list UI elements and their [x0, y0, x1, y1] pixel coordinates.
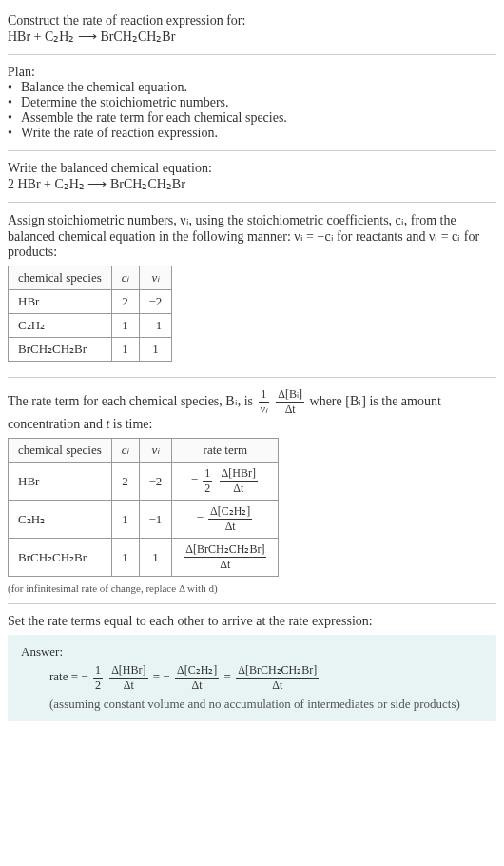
fraction: Δ[C₂H₂]Δt: [208, 504, 252, 534]
rate-term-note: (for infinitesimal rate of change, repla…: [8, 582, 496, 594]
cell-c: 1: [111, 501, 139, 539]
plan-item-text: Balance the chemical equation.: [21, 80, 187, 95]
divider: [8, 603, 496, 604]
table-row: C₂H₂ 1 −1: [9, 314, 172, 338]
fraction: Δ[BrCH₂CH₂Br]Δt: [184, 542, 266, 572]
bullet-icon: •: [8, 110, 21, 126]
cell-rate-term: − Δ[C₂H₂]Δt: [172, 501, 279, 539]
cell-nu: 1: [139, 338, 172, 362]
assign-section: Assign stoichiometric numbers, νᵢ, using…: [8, 207, 496, 373]
stoich-table: chemical species cᵢ νᵢ HBr 2 −2 C₂H₂ 1 −…: [8, 266, 172, 362]
plan-item: •Assemble the rate term for each chemica…: [8, 110, 496, 126]
bullet-icon: •: [8, 95, 21, 110]
cell-rate-term: − 12 Δ[HBr]Δt: [172, 463, 279, 501]
fraction: Δ[HBr]Δt: [220, 466, 258, 496]
fraction: Δ[C₂H₂]Δt: [175, 663, 219, 693]
intro-prompt: Construct the rate of reaction expressio…: [8, 13, 496, 29]
plan-section: Plan: •Balance the chemical equation. •D…: [8, 59, 496, 147]
fraction: Δ[HBr]Δt: [109, 663, 147, 693]
cell-species: HBr: [9, 463, 112, 501]
table-row: BrCH₂CH₂Br 1 1 Δ[BrCH₂CH₂Br]Δt: [9, 539, 279, 577]
divider: [8, 202, 496, 203]
balanced-heading: Write the balanced chemical equation:: [8, 161, 496, 176]
col-header: chemical species: [9, 266, 112, 290]
plan-item: •Balance the chemical equation.: [8, 80, 496, 95]
col-header: νᵢ: [139, 439, 172, 463]
cell-species: C₂H₂: [9, 314, 112, 338]
plan-item: •Determine the stoichiometric numbers.: [8, 95, 496, 110]
divider: [8, 54, 496, 55]
answer-note: (assuming constant volume and no accumul…: [21, 693, 483, 712]
cell-c: 1: [111, 314, 139, 338]
answer-expression: rate = − 12 Δ[HBr]Δt = − Δ[C₂H₂]Δt = Δ[B…: [21, 663, 483, 693]
set-text: Set the rate terms equal to each other t…: [8, 614, 496, 629]
assign-text: Assign stoichiometric numbers, νᵢ, using…: [8, 212, 496, 260]
cell-rate-term: Δ[BrCH₂CH₂Br]Δt: [172, 539, 279, 577]
bullet-icon: •: [8, 126, 21, 141]
fraction: 1νᵢ: [259, 387, 269, 417]
cell-nu: −1: [139, 314, 172, 338]
cell-nu: 1: [139, 539, 172, 577]
col-header: νᵢ: [139, 266, 172, 290]
plan-item: •Write the rate of reaction expression.: [8, 126, 496, 141]
divider: [8, 150, 496, 151]
cell-nu: −1: [139, 501, 172, 539]
col-header: cᵢ: [111, 439, 139, 463]
table-header-row: chemical species cᵢ νᵢ: [9, 266, 172, 290]
rate-term-table: chemical species cᵢ νᵢ rate term HBr 2 −…: [8, 438, 279, 577]
plan-heading: Plan:: [8, 65, 496, 80]
set-section: Set the rate terms equal to each other t…: [8, 608, 496, 733]
col-header: rate term: [172, 439, 279, 463]
cell-species: HBr: [9, 290, 112, 314]
cell-nu: −2: [139, 290, 172, 314]
bullet-icon: •: [8, 80, 21, 95]
fraction: 12: [93, 663, 103, 693]
cell-nu: −2: [139, 463, 172, 501]
cell-c: 2: [111, 463, 139, 501]
fraction: Δ[BrCH₂CH₂Br]Δt: [236, 663, 319, 693]
cell-species: C₂H₂: [9, 501, 112, 539]
table-row: HBr 2 −2: [9, 290, 172, 314]
fraction: 12: [203, 466, 212, 496]
fraction: Δ[Bᵢ]Δt: [276, 387, 304, 417]
balanced-section: Write the balanced chemical equation: 2 …: [8, 155, 496, 198]
col-header: cᵢ: [111, 266, 139, 290]
plan-item-text: Determine the stoichiometric numbers.: [21, 95, 229, 110]
cell-c: 1: [111, 539, 139, 577]
table-row: C₂H₂ 1 −1 − Δ[C₂H₂]Δt: [9, 501, 279, 539]
answer-label: Answer:: [21, 644, 483, 659]
cell-species: BrCH₂CH₂Br: [9, 338, 112, 362]
plan-item-text: Assemble the rate term for each chemical…: [21, 110, 287, 126]
cell-c: 2: [111, 290, 139, 314]
table-row: HBr 2 −2 − 12 Δ[HBr]Δt: [9, 463, 279, 501]
answer-box: Answer: rate = − 12 Δ[HBr]Δt = − Δ[C₂H₂]…: [8, 635, 496, 721]
balanced-equation: 2 HBr + C₂H₂ ⟶ BrCH₂CH₂Br: [8, 176, 496, 192]
table-row: BrCH₂CH₂Br 1 1: [9, 338, 172, 362]
table-header-row: chemical species cᵢ νᵢ rate term: [9, 439, 279, 463]
cell-species: BrCH₂CH₂Br: [9, 539, 112, 577]
divider: [8, 377, 496, 378]
rate-term-text: The rate term for each chemical species,…: [8, 387, 496, 432]
intro-section: Construct the rate of reaction expressio…: [8, 8, 496, 50]
col-header: chemical species: [9, 439, 112, 463]
intro-equation: HBr + C₂H₂ ⟶ BrCH₂CH₂Br: [8, 29, 496, 45]
cell-c: 1: [111, 338, 139, 362]
rate-term-section: The rate term for each chemical species,…: [8, 382, 496, 600]
plan-item-text: Write the rate of reaction expression.: [21, 126, 218, 141]
